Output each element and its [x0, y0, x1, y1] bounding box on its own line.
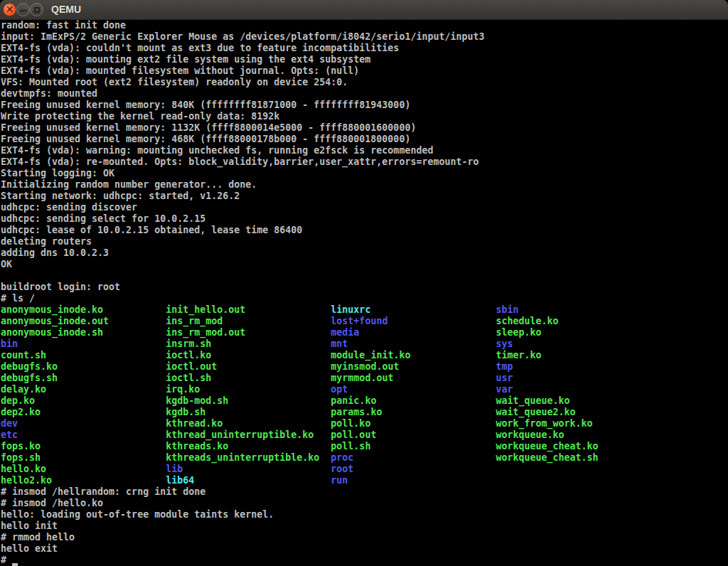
ls-row: bin insrm.sh mnt sys	[1, 338, 728, 350]
ls-row: debugfs.sh ioctl.sh myrmmod.out usr	[1, 373, 728, 384]
terminal-line: devtmpfs: mounted	[1, 88, 728, 100]
terminal-line: Freeing unused kernel memory: 1132K (fff…	[1, 122, 728, 134]
ls-entry: panic.ko	[331, 395, 496, 406]
ls-entry: module_init.ko	[331, 350, 496, 361]
ls-entry: var	[496, 384, 513, 395]
ls-entry: params.ko	[331, 407, 496, 417]
ls-entry: irq.ko	[166, 384, 331, 395]
terminal-line: EXT4-fs (vda): warning: mounting uncheck…	[1, 145, 728, 156]
minimize-button[interactable]	[16, 3, 30, 16]
terminal-line: Starting logging: OK	[1, 168, 728, 179]
ls-entry: ioctl.out	[166, 361, 331, 372]
ls-entry: insrm.sh	[166, 338, 331, 349]
ls-row: dev kthread.ko poll.ko work_from_work.ko	[1, 418, 728, 429]
terminal-line: Freeing unused kernel memory: 468K (ffff…	[1, 134, 728, 145]
ls-entry: kthread.ko	[166, 418, 331, 429]
ls-entry: sys	[496, 338, 513, 349]
terminal-line: # rmmod hello	[1, 532, 728, 543]
ls-entry: delay.ko	[1, 384, 166, 395]
ls-entry: debugfs.ko	[1, 361, 166, 372]
ls-entry: hello.ko	[1, 464, 166, 474]
ls-row: etc kthread_uninterruptible.ko poll.out …	[1, 429, 728, 441]
ls-entry: kthreads_uninterruptible.ko	[166, 452, 331, 463]
ls-entry: kgdb.sh	[166, 407, 331, 417]
ls-entry: dev	[1, 418, 166, 429]
terminal-line: Freeing unused kernel memory: 840K (ffff…	[1, 100, 728, 111]
ls-entry: dep.ko	[1, 395, 166, 406]
ls-entry: poll.out	[331, 429, 496, 440]
ls-entry: anonymous_inode.sh	[1, 327, 166, 338]
ls-entry: usr	[496, 373, 513, 383]
ls-entry: poll.ko	[331, 418, 496, 429]
ls-entry: proc	[331, 452, 496, 463]
ls-row: fops.ko kthreads.ko poll.sh workqueue_ch…	[1, 441, 728, 452]
terminal-line: buildroot login: root	[1, 282, 728, 293]
terminal-line: random: fast init done	[1, 20, 728, 31]
terminal-line: udhcpc: sending select for 10.0.2.15	[1, 213, 728, 225]
ls-entry: root	[331, 464, 353, 474]
ls-row: dep.ko kgdb-mod.sh panic.ko wait_queue.k…	[1, 395, 728, 407]
ls-entry: ioctl.ko	[166, 350, 331, 361]
ls-entry: anonymous_inode.ko	[1, 304, 166, 315]
terminal-line: # insmod /hello.ko	[1, 498, 728, 509]
ls-entry: workqueue_cheat.ko	[496, 441, 599, 452]
ls-entry: bin	[1, 338, 166, 349]
ls-entry: init_hello.out	[166, 304, 331, 315]
close-button[interactable]: ✕	[3, 3, 16, 16]
minimize-icon	[20, 10, 26, 11]
ls-row: count.sh ioctl.ko module_init.ko timer.k…	[1, 350, 728, 361]
ls-entry: workqueue.ko	[496, 429, 564, 440]
terminal-line: EXT4-fs (vda): re-mounted. Opts: block_v…	[1, 156, 728, 168]
ls-entry: schedule.ko	[496, 316, 559, 326]
ls-entry: work_from_work.ko	[496, 418, 593, 429]
ls-entry: debugfs.sh	[1, 373, 166, 383]
terminal-line: OK	[1, 259, 728, 270]
terminal-line: EXT4-fs (vda): mounting ext2 file system…	[1, 54, 728, 65]
terminal-line: EXT4-fs (vda): couldn't mount as ext3 du…	[1, 43, 728, 54]
maximize-icon	[34, 7, 40, 13]
ls-entry: tmp	[496, 361, 513, 372]
terminal-line: hello init	[1, 520, 728, 532]
ls-entry: timer.ko	[496, 350, 542, 361]
ls-row: anonymous_inode.out ins_rm_mod lost+foun…	[1, 316, 728, 327]
ls-entry: myinsmod.out	[331, 361, 496, 372]
ls-entry: fops.sh	[1, 452, 166, 463]
ls-entry: ioctl.sh	[166, 373, 331, 383]
ls-entry: anonymous_inode.out	[1, 316, 166, 326]
ls-entry: workqueue_cheat.sh	[496, 452, 599, 463]
ls-entry: hello2.ko	[1, 475, 166, 486]
qemu-window: ✕ QEMU random: fast init doneinput: ImEx…	[0, 0, 728, 566]
cursor	[12, 556, 18, 566]
terminal-line: VFS: Mounted root (ext2 filesystem) read…	[1, 77, 728, 88]
terminal-line: EXT4-fs (vda): mounted filesystem withou…	[1, 65, 728, 77]
terminal-output: random: fast init doneinput: ImExPS/2 Ge…	[0, 20, 728, 566]
ls-entry: mnt	[331, 338, 496, 349]
ls-entry: lib	[166, 464, 331, 474]
ls-entry: kthread_uninterruptible.ko	[166, 429, 331, 440]
ls-entry: sbin	[496, 304, 519, 315]
ls-entry: lost+found	[331, 316, 496, 326]
ls-entry: myrmmod.out	[331, 373, 496, 383]
ls-row: dep2.ko kgdb.sh params.ko wait_queue2.ko	[1, 407, 728, 418]
ls-entry: linuxrc	[331, 304, 496, 315]
ls-entry: dep2.ko	[1, 407, 166, 417]
terminal-line: Initializing random number generator... …	[1, 179, 728, 191]
ls-entry: run	[331, 475, 348, 486]
terminal-line: # ls /	[1, 293, 728, 304]
maximize-button[interactable]	[30, 3, 43, 16]
ls-entry: kgdb-mod.sh	[166, 395, 331, 406]
ls-entry: ins_rm_mod	[166, 316, 331, 326]
window-title: QEMU	[51, 0, 81, 20]
ls-row: debugfs.ko ioctl.out myinsmod.out tmp	[1, 361, 728, 373]
ls-entry: wait_queue2.ko	[496, 407, 576, 417]
terminal-line: hello exit	[1, 543, 728, 555]
ls-entry: lib64	[166, 475, 331, 486]
ls-row: hello2.ko lib64 run	[1, 475, 728, 486]
ls-entry: ins_rm_mod.out	[166, 327, 331, 338]
terminal-line: input: ImExPS/2 Generic Explorer Mouse a…	[1, 31, 728, 43]
ls-entry: poll.sh	[331, 441, 496, 452]
terminal-line: Starting network: udhcpc: started, v1.26…	[1, 191, 728, 202]
ls-entry: kthreads.ko	[166, 441, 331, 452]
ls-entry: opt	[331, 384, 496, 395]
terminal-line: # insmod /hellrandom: crng init done	[1, 486, 728, 498]
